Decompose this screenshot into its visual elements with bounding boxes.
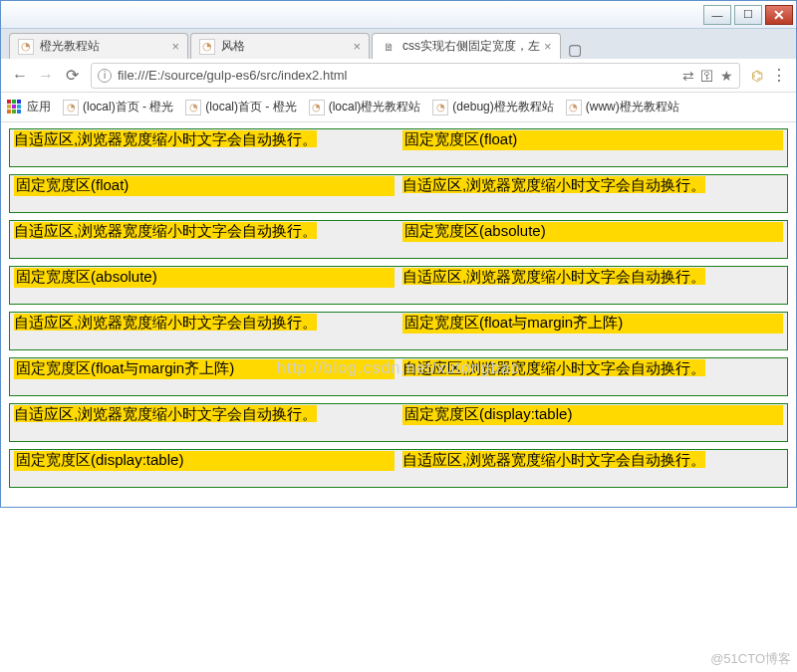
flex-text: 自适应区,浏览器宽度缩小时文字会自动换行。 xyxy=(402,268,705,285)
flex-text: 自适应区,浏览器宽度缩小时文字会自动换行。 xyxy=(402,451,705,468)
fixed-area: 固定宽度区(absolute) xyxy=(398,221,787,258)
window-close-button[interactable]: ✕ xyxy=(765,5,793,25)
layout-row: 固定宽度区(float) 自适应区,浏览器宽度缩小时文字会自动换行。 xyxy=(9,174,788,213)
tab-2-active[interactable]: 🗎 css实现右侧固定宽度，左 × xyxy=(372,33,561,59)
flex-area: 自适应区,浏览器宽度缩小时文字会自动换行。 xyxy=(10,313,398,349)
flex-area: 自适应区,浏览器宽度缩小时文字会自动换行。 xyxy=(10,404,398,441)
favicon-icon: ◔ xyxy=(309,100,325,115)
fixed-label: 固定宽度区(absolute) xyxy=(402,222,783,242)
tab-close-icon[interactable]: × xyxy=(171,39,179,54)
layout-row: 固定宽度区(absolute) 自适应区,浏览器宽度缩小时文字会自动换行。 xyxy=(9,266,788,305)
password-icon[interactable]: ⚿ xyxy=(700,68,714,84)
tab-title: 风格 xyxy=(221,38,349,55)
bookmark-item[interactable]: ◔(local)首页 - 橙光 xyxy=(185,99,296,115)
fixed-area: 固定宽度区(display:table) xyxy=(10,450,398,487)
fixed-label: 固定宽度区(float) xyxy=(402,130,783,150)
flex-text: 自适应区,浏览器宽度缩小时文字会自动换行。 xyxy=(14,314,317,331)
bookmark-label: (local)首页 - 橙光 xyxy=(83,99,173,115)
url-text: file:///E:/source/gulp-es6/src/index2.ht… xyxy=(118,68,676,83)
flex-area: 自适应区,浏览器宽度缩小时文字会自动换行。 xyxy=(398,358,787,395)
bookmark-item[interactable]: ◔(www)橙光教程站 xyxy=(566,99,679,115)
favicon-icon: ◔ xyxy=(199,39,215,55)
fixed-label: 固定宽度区(display:table) xyxy=(402,405,783,425)
fixed-area: 固定宽度区(display:table) xyxy=(398,404,787,441)
flex-text: 自适应区,浏览器宽度缩小时文字会自动换行。 xyxy=(402,359,705,376)
flex-area: 自适应区,浏览器宽度缩小时文字会自动换行。 xyxy=(398,175,787,212)
fixed-area: 固定宽度区(float) xyxy=(398,129,787,166)
new-tab-button[interactable]: ▢ xyxy=(563,41,587,59)
flex-text: 自适应区,浏览器宽度缩小时文字会自动换行。 xyxy=(14,130,317,147)
favicon-icon: ◔ xyxy=(432,100,448,115)
browser-window: — ☐ ✕ ◔ 橙光教程站 × ◔ 风格 × 🗎 css实现右侧固定宽度，左 ×… xyxy=(0,0,797,508)
fixed-area: 固定宽度区(float) xyxy=(10,175,398,212)
apps-label[interactable]: 应用 xyxy=(27,99,51,115)
favicon-icon: ◔ xyxy=(566,100,582,115)
forward-button[interactable]: → xyxy=(35,65,57,87)
bookmark-star-icon[interactable]: ★ xyxy=(720,68,733,84)
bookmark-item[interactable]: ◔(local)橙光教程站 xyxy=(309,99,421,115)
apps-icon[interactable] xyxy=(7,100,23,115)
bookmark-label: (debug)橙光教程站 xyxy=(452,99,553,115)
layout-row: 固定宽度区(display:table) 自适应区,浏览器宽度缩小时文字会自动换… xyxy=(9,449,788,488)
tab-strip: ◔ 橙光教程站 × ◔ 风格 × 🗎 css实现右侧固定宽度，左 × ▢ xyxy=(1,29,796,59)
fixed-area: 固定宽度区(float与margin齐上阵) xyxy=(10,358,398,395)
tab-title: 橙光教程站 xyxy=(40,38,167,55)
favicon-icon: ◔ xyxy=(63,100,79,115)
tab-close-icon[interactable]: × xyxy=(544,39,552,54)
fixed-area: 固定宽度区(float与margin齐上阵) xyxy=(398,313,787,349)
fixed-label: 固定宽度区(absolute) xyxy=(14,268,395,288)
reload-button[interactable]: ⟳ xyxy=(61,65,83,87)
flex-area: 自适应区,浏览器宽度缩小时文字会自动换行。 xyxy=(398,450,787,487)
bookmark-bar: 应用 ◔(local)首页 - 橙光 ◔(local)首页 - 橙光 ◔(loc… xyxy=(1,93,796,122)
flex-text: 自适应区,浏览器宽度缩小时文字会自动换行。 xyxy=(14,222,317,239)
fixed-label: 固定宽度区(float与margin齐上阵) xyxy=(402,314,783,334)
favicon-icon: ◔ xyxy=(18,39,34,55)
bookmark-label: (www)橙光教程站 xyxy=(586,99,679,115)
layout-row: 自适应区,浏览器宽度缩小时文字会自动换行。 固定宽度区(float与margin… xyxy=(9,312,788,350)
flex-area: 自适应区,浏览器宽度缩小时文字会自动换行。 xyxy=(10,129,398,166)
window-minimize-button[interactable]: — xyxy=(703,5,731,25)
bookmark-label: (local)橙光教程站 xyxy=(329,99,421,115)
translate-icon[interactable]: ⇄ xyxy=(682,68,694,84)
toolbar: ← → ⟳ i file:///E:/source/gulp-es6/src/i… xyxy=(1,59,796,93)
back-button[interactable]: ← xyxy=(9,65,31,87)
layout-row: 自适应区,浏览器宽度缩小时文字会自动换行。 固定宽度区(absolute) xyxy=(9,220,788,259)
flex-text: 自适应区,浏览器宽度缩小时文字会自动换行。 xyxy=(402,176,705,193)
site-info-icon[interactable]: i xyxy=(98,69,112,83)
window-titlebar: — ☐ ✕ xyxy=(1,1,796,29)
tab-1[interactable]: ◔ 风格 × xyxy=(190,33,370,59)
tab-title: css实现右侧固定宽度，左 xyxy=(402,38,540,55)
extension-icon[interactable]: ⌬ xyxy=(746,68,768,84)
layout-row: 自适应区,浏览器宽度缩小时文字会自动换行。 固定宽度区(display:tabl… xyxy=(9,403,788,442)
flex-area: 自适应区,浏览器宽度缩小时文字会自动换行。 xyxy=(10,221,398,258)
file-icon: 🗎 xyxy=(381,39,397,55)
tab-close-icon[interactable]: × xyxy=(353,39,361,54)
bookmark-item[interactable]: ◔(debug)橙光教程站 xyxy=(432,99,553,115)
fixed-area: 固定宽度区(absolute) xyxy=(10,267,398,304)
flex-area: 自适应区,浏览器宽度缩小时文字会自动换行。 xyxy=(398,267,787,304)
fixed-label: 固定宽度区(display:table) xyxy=(14,451,395,471)
menu-button[interactable]: ⋮ xyxy=(768,66,790,85)
tab-0[interactable]: ◔ 橙光教程站 × xyxy=(9,33,188,59)
fixed-label: 固定宽度区(float) xyxy=(14,176,395,196)
address-bar[interactable]: i file:///E:/source/gulp-es6/src/index2.… xyxy=(91,63,740,89)
layout-row: 固定宽度区(float与margin齐上阵) 自适应区,浏览器宽度缩小时文字会自… xyxy=(9,357,788,396)
favicon-icon: ◔ xyxy=(185,100,201,115)
layout-row: 自适应区,浏览器宽度缩小时文字会自动换行。 固定宽度区(float) xyxy=(9,128,788,167)
bookmark-item[interactable]: ◔(local)首页 - 橙光 xyxy=(63,99,173,115)
bookmark-label: (local)首页 - 橙光 xyxy=(205,99,296,115)
fixed-label: 固定宽度区(float与margin齐上阵) xyxy=(14,359,395,379)
page-content: http://blog.csdn.net/xutongbao 自适应区,浏览器宽… xyxy=(1,122,796,507)
flex-text: 自适应区,浏览器宽度缩小时文字会自动换行。 xyxy=(14,405,317,422)
window-maximize-button[interactable]: ☐ xyxy=(734,5,762,25)
